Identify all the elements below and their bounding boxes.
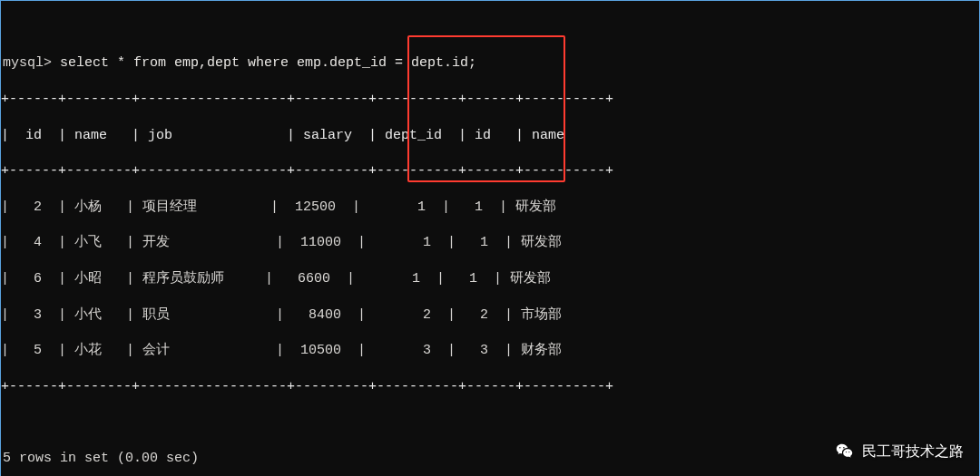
table1-row: | 2 | 小杨 | 项目经理 | 12500 | 1 | 1 | 研发部 xyxy=(1,199,974,217)
terminal-block-1: mysql> select * from emp,dept where emp.… xyxy=(0,0,980,476)
watermark: 民工哥技术之路 xyxy=(835,442,964,461)
mysql-prompt: mysql> xyxy=(3,55,52,71)
table1-border-mid: +------+--------+------------------+----… xyxy=(1,162,974,180)
table1-row: | 6 | 小昭 | 程序员鼓励师 | 6600 | 1 | 1 | 研发部 xyxy=(1,270,974,288)
status-line-1: 5 rows in set (0.00 sec) xyxy=(1,450,974,468)
watermark-text: 民工哥技术之路 xyxy=(862,442,964,461)
prompt-line-1[interactable]: mysql> select * from emp,dept where emp.… xyxy=(1,37,974,73)
table1-row: | 5 | 小花 | 会计 | 10500 | 3 | 3 | 财务部 xyxy=(1,342,974,360)
table1-header: | id | name | job | salary | dept_id | i… xyxy=(1,127,974,145)
table1-row: | 4 | 小飞 | 开发 | 11000 | 1 | 1 | 研发部 xyxy=(1,234,974,252)
table1-border-top: +------+--------+------------------+----… xyxy=(1,91,974,109)
wechat-icon xyxy=(835,442,855,461)
sql-query-1: select * from emp,dept where emp.dept_id… xyxy=(60,55,476,71)
table1-border-bot: +------+--------+------------------+----… xyxy=(1,378,974,396)
table1-row: | 3 | 小代 | 职员 | 8400 | 2 | 2 | 市场部 xyxy=(1,306,974,325)
